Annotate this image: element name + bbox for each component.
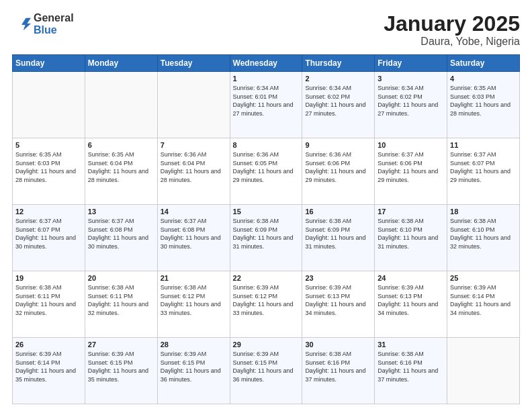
day-number: 20: [88, 274, 154, 282]
header: General Blue January 2025 Daura, Yobe, N…: [12, 12, 520, 48]
day-number: 16: [305, 208, 371, 216]
calendar-cell: 3Sunrise: 6:34 AM Sunset: 6:02 PM Daylig…: [375, 72, 447, 138]
day-info: Sunrise: 6:39 AM Sunset: 6:13 PM Dayligh…: [305, 283, 371, 317]
day-number: 25: [450, 274, 517, 282]
day-info: Sunrise: 6:38 AM Sunset: 6:09 PM Dayligh…: [233, 217, 300, 250]
day-info: Sunrise: 6:39 AM Sunset: 6:12 PM Dayligh…: [233, 283, 300, 317]
calendar-cell: 30Sunrise: 6:38 AM Sunset: 6:16 PM Dayli…: [302, 338, 375, 404]
day-info: Sunrise: 6:37 AM Sunset: 6:07 PM Dayligh…: [15, 217, 82, 250]
calendar-cell: 26Sunrise: 6:39 AM Sunset: 6:14 PM Dayli…: [13, 338, 85, 404]
logo-general: General: [34, 12, 74, 24]
calendar-cell: 22Sunrise: 6:39 AM Sunset: 6:12 PM Dayli…: [230, 271, 302, 338]
day-number: 24: [378, 274, 444, 282]
calendar-cell: 11Sunrise: 6:37 AM Sunset: 6:07 PM Dayli…: [447, 138, 520, 205]
day-info: Sunrise: 6:38 AM Sunset: 6:09 PM Dayligh…: [305, 217, 371, 250]
day-number: 3: [378, 75, 444, 83]
title-block: January 2025 Daura, Yobe, Nigeria: [384, 12, 520, 48]
day-number: 7: [161, 141, 227, 149]
day-info: Sunrise: 6:39 AM Sunset: 6:14 PM Dayligh…: [15, 350, 82, 383]
day-number: 4: [450, 75, 517, 83]
day-info: Sunrise: 6:35 AM Sunset: 6:04 PM Dayligh…: [88, 150, 154, 184]
calendar-cell: 6Sunrise: 6:35 AM Sunset: 6:04 PM Daylig…: [85, 138, 157, 205]
day-number: 17: [378, 208, 444, 216]
calendar-cell: 9Sunrise: 6:36 AM Sunset: 6:06 PM Daylig…: [302, 138, 375, 205]
day-header-wednesday: Wednesday: [230, 55, 302, 72]
calendar-cell: 10Sunrise: 6:37 AM Sunset: 6:06 PM Dayli…: [375, 138, 447, 205]
day-info: Sunrise: 6:38 AM Sunset: 6:11 PM Dayligh…: [88, 283, 154, 317]
day-number: 8: [233, 141, 300, 149]
calendar-cell: 14Sunrise: 6:37 AM Sunset: 6:08 PM Dayli…: [157, 205, 230, 271]
day-number: 26: [15, 340, 82, 349]
logo-text: General Blue: [34, 12, 74, 36]
calendar-cell: 7Sunrise: 6:36 AM Sunset: 6:04 PM Daylig…: [157, 138, 230, 205]
calendar-cell: 28Sunrise: 6:39 AM Sunset: 6:15 PM Dayli…: [157, 338, 230, 404]
calendar-cell: 19Sunrise: 6:38 AM Sunset: 6:11 PM Dayli…: [13, 271, 85, 338]
calendar-cell: [85, 72, 157, 138]
logo: General Blue: [12, 12, 74, 36]
calendar-cell: 29Sunrise: 6:39 AM Sunset: 6:15 PM Dayli…: [230, 338, 302, 404]
day-info: Sunrise: 6:37 AM Sunset: 6:08 PM Dayligh…: [88, 217, 154, 250]
day-number: 11: [450, 141, 517, 149]
calendar-cell: 25Sunrise: 6:39 AM Sunset: 6:14 PM Dayli…: [447, 271, 520, 338]
day-info: Sunrise: 6:38 AM Sunset: 6:16 PM Dayligh…: [378, 350, 444, 383]
day-info: Sunrise: 6:38 AM Sunset: 6:10 PM Dayligh…: [378, 217, 444, 250]
calendar-title: January 2025: [384, 12, 520, 36]
day-number: 10: [378, 141, 444, 149]
day-header-thursday: Thursday: [302, 55, 375, 72]
calendar-cell: 8Sunrise: 6:36 AM Sunset: 6:05 PM Daylig…: [230, 138, 302, 205]
day-info: Sunrise: 6:38 AM Sunset: 6:12 PM Dayligh…: [161, 283, 227, 317]
day-header-sunday: Sunday: [13, 55, 85, 72]
calendar-cell: 21Sunrise: 6:38 AM Sunset: 6:12 PM Dayli…: [157, 271, 230, 338]
calendar-cell: 18Sunrise: 6:38 AM Sunset: 6:10 PM Dayli…: [447, 205, 520, 271]
day-info: Sunrise: 6:34 AM Sunset: 6:01 PM Dayligh…: [233, 84, 300, 118]
day-number: 19: [15, 274, 82, 282]
calendar-table: SundayMondayTuesdayWednesdayThursdayFrid…: [12, 54, 520, 404]
day-info: Sunrise: 6:37 AM Sunset: 6:06 PM Dayligh…: [378, 150, 444, 184]
day-number: 30: [305, 340, 371, 349]
calendar-header-row: SundayMondayTuesdayWednesdayThursdayFrid…: [13, 55, 520, 72]
day-info: Sunrise: 6:38 AM Sunset: 6:11 PM Dayligh…: [15, 283, 82, 317]
day-number: 21: [161, 274, 227, 282]
day-info: Sunrise: 6:35 AM Sunset: 6:03 PM Dayligh…: [15, 150, 82, 184]
logo-icon: [12, 15, 31, 34]
calendar-cell: 5Sunrise: 6:35 AM Sunset: 6:03 PM Daylig…: [13, 138, 85, 205]
day-info: Sunrise: 6:34 AM Sunset: 6:02 PM Dayligh…: [305, 84, 371, 118]
day-info: Sunrise: 6:38 AM Sunset: 6:16 PM Dayligh…: [305, 350, 371, 383]
calendar-cell: 4Sunrise: 6:35 AM Sunset: 6:03 PM Daylig…: [447, 72, 520, 138]
day-info: Sunrise: 6:35 AM Sunset: 6:03 PM Dayligh…: [450, 84, 517, 118]
calendar-week-4: 19Sunrise: 6:38 AM Sunset: 6:11 PM Dayli…: [13, 271, 520, 338]
day-number: 9: [305, 141, 371, 149]
calendar-cell: 2Sunrise: 6:34 AM Sunset: 6:02 PM Daylig…: [302, 72, 375, 138]
day-number: 2: [305, 75, 371, 83]
day-info: Sunrise: 6:36 AM Sunset: 6:04 PM Dayligh…: [161, 150, 227, 184]
day-number: 22: [233, 274, 300, 282]
calendar-week-3: 12Sunrise: 6:37 AM Sunset: 6:07 PM Dayli…: [13, 205, 520, 271]
svg-marker-0: [21, 17, 31, 30]
calendar-cell: [13, 72, 85, 138]
day-number: 18: [450, 208, 517, 216]
day-info: Sunrise: 6:34 AM Sunset: 6:02 PM Dayligh…: [378, 84, 444, 118]
calendar-cell: 27Sunrise: 6:39 AM Sunset: 6:15 PM Dayli…: [85, 338, 157, 404]
day-number: 27: [88, 340, 154, 349]
calendar-cell: 23Sunrise: 6:39 AM Sunset: 6:13 PM Dayli…: [302, 271, 375, 338]
day-header-saturday: Saturday: [447, 55, 520, 72]
day-info: Sunrise: 6:37 AM Sunset: 6:07 PM Dayligh…: [450, 150, 517, 184]
calendar-cell: 17Sunrise: 6:38 AM Sunset: 6:10 PM Dayli…: [375, 205, 447, 271]
day-info: Sunrise: 6:36 AM Sunset: 6:06 PM Dayligh…: [305, 150, 371, 184]
day-number: 29: [233, 340, 300, 349]
calendar-cell: 1Sunrise: 6:34 AM Sunset: 6:01 PM Daylig…: [230, 72, 302, 138]
day-number: 12: [15, 208, 82, 216]
day-number: 15: [233, 208, 300, 216]
day-info: Sunrise: 6:39 AM Sunset: 6:15 PM Dayligh…: [88, 350, 154, 383]
day-header-tuesday: Tuesday: [157, 55, 230, 72]
calendar-week-1: 1Sunrise: 6:34 AM Sunset: 6:01 PM Daylig…: [13, 72, 520, 138]
day-info: Sunrise: 6:38 AM Sunset: 6:10 PM Dayligh…: [450, 217, 517, 250]
calendar-cell: 24Sunrise: 6:39 AM Sunset: 6:13 PM Dayli…: [375, 271, 447, 338]
day-info: Sunrise: 6:37 AM Sunset: 6:08 PM Dayligh…: [161, 217, 227, 250]
calendar-cell: [447, 338, 520, 404]
calendar-cell: 20Sunrise: 6:38 AM Sunset: 6:11 PM Dayli…: [85, 271, 157, 338]
calendar-cell: 16Sunrise: 6:38 AM Sunset: 6:09 PM Dayli…: [302, 205, 375, 271]
day-number: 28: [161, 340, 227, 349]
calendar-week-2: 5Sunrise: 6:35 AM Sunset: 6:03 PM Daylig…: [13, 138, 520, 205]
day-number: 13: [88, 208, 154, 216]
